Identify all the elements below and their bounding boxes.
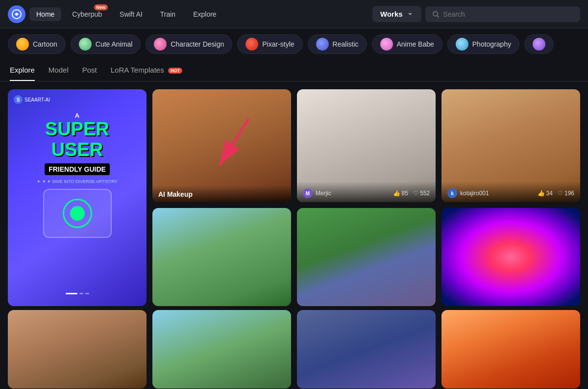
tab-explore[interactable]: Explore: [10, 60, 35, 81]
brand-label: S SEAART-AI: [14, 95, 50, 104]
categories-bar: Cartoon Cute Animal Character Design Pix…: [0, 28, 588, 60]
card-super-user[interactable]: S SEAART-AI A SUPERUSER FRIENDLY GUIDE ✦…: [8, 89, 147, 306]
tabs-bar: Explore Model Post LoRA Templates HOT: [0, 60, 588, 81]
card-user: M Merjic: [303, 188, 331, 198]
category-photography[interactable]: Photography: [447, 34, 519, 54]
card-overlay-asian: k kotajiro001 👍 34 ♡ 196: [441, 182, 580, 202]
progress-dots: [66, 293, 89, 298]
card-landscape-bottom[interactable]: [152, 310, 291, 389]
likes-stat: 👍 85: [393, 190, 408, 197]
logo-icon[interactable]: [8, 5, 25, 23]
card-stats: 👍 85 ♡ 552: [393, 190, 430, 197]
friendly-guide-label: FRIENDLY GUIDE: [45, 163, 110, 175]
user-avatar: M: [303, 188, 313, 198]
user-avatar-asian: k: [447, 188, 457, 198]
card-meta: M Merjic 👍 85 ♡ 552: [303, 188, 430, 198]
works-dropdown[interactable]: Works: [372, 6, 421, 22]
cartoon-avatar: [16, 38, 29, 51]
category-character-design[interactable]: Character Design: [146, 34, 232, 54]
search-bar: [425, 6, 580, 22]
animal-avatar: [79, 38, 92, 51]
category-more[interactable]: [524, 34, 554, 54]
nav-home[interactable]: Home: [29, 7, 61, 21]
category-cartoon[interactable]: Cartoon: [8, 34, 66, 54]
svg-line-2: [437, 15, 439, 17]
card-nature[interactable]: [152, 208, 291, 306]
nav-swift-ai[interactable]: Swift AI: [113, 7, 149, 21]
search-icon: [432, 10, 440, 18]
hearts-stat: ♡ 552: [413, 190, 430, 197]
hot-badge: HOT: [168, 68, 182, 74]
new-badge: New: [94, 4, 108, 10]
card-overlay-sweater: M Merjic 👍 85 ♡ 552: [297, 182, 436, 202]
dive-text: ✦ ✦ ✦ DIVE INTO DIVERSE ARTISTRY: [37, 179, 118, 184]
nav-cyberpub[interactable]: Cyberpub New: [65, 7, 109, 21]
card-portrait-sunset[interactable]: [441, 310, 580, 389]
photo-avatar: [456, 38, 468, 51]
works-label: Works: [380, 10, 403, 18]
category-realistic[interactable]: Realistic: [308, 34, 367, 54]
svg-point-1: [433, 11, 437, 16]
super-user-title: SUPERUSER: [45, 119, 109, 160]
card-overlay: AI Makeup: [152, 185, 291, 202]
guide-prefix: A: [75, 112, 79, 119]
content-grid: S SEAART-AI A SUPERUSER FRIENDLY GUIDE ✦…: [0, 81, 588, 389]
category-cute-animal[interactable]: Cute Animal: [71, 34, 141, 54]
nav-train[interactable]: Train: [153, 7, 182, 21]
card-anime-girl[interactable]: [297, 208, 436, 306]
tab-model[interactable]: Model: [49, 60, 69, 81]
card-colorful[interactable]: [441, 208, 580, 306]
navbar: Home Cyberpub New Swift AI Train Explore…: [0, 0, 588, 28]
tab-post[interactable]: Post: [82, 60, 97, 81]
machine-illustration: [43, 189, 112, 238]
card-portrait-bottom[interactable]: [8, 310, 147, 389]
card-stats-asian: 👍 34 ♡ 196: [538, 190, 574, 197]
search-input[interactable]: [443, 10, 573, 18]
char-avatar: [154, 38, 167, 51]
likes-stat-asian: 👍 34: [538, 190, 553, 197]
card-title: AI Makeup: [158, 190, 285, 198]
card-ai-makeup[interactable]: AI Makeup: [152, 89, 291, 202]
card-user-asian: k kotajiro001: [447, 188, 489, 198]
category-anime-babe[interactable]: Anime Babe: [372, 34, 442, 54]
pixar-avatar: [245, 38, 258, 51]
card-girl-sweater[interactable]: M Merjic 👍 85 ♡ 552: [297, 89, 436, 202]
category-pixar-style[interactable]: Pixar-style: [237, 34, 302, 54]
card-anime-bottom[interactable]: [297, 310, 436, 389]
card-asian-girl[interactable]: k kotajiro001 👍 34 ♡ 196: [441, 89, 580, 202]
hearts-stat-asian: ♡ 196: [558, 190, 574, 197]
more-avatar: [533, 38, 545, 51]
card-meta-asian: k kotajiro001 👍 34 ♡ 196: [447, 188, 574, 198]
tab-lora[interactable]: LoRA Templates HOT: [111, 60, 182, 81]
anime-avatar: [380, 38, 393, 51]
nav-explore[interactable]: Explore: [186, 7, 223, 21]
realistic-avatar: [316, 38, 329, 51]
